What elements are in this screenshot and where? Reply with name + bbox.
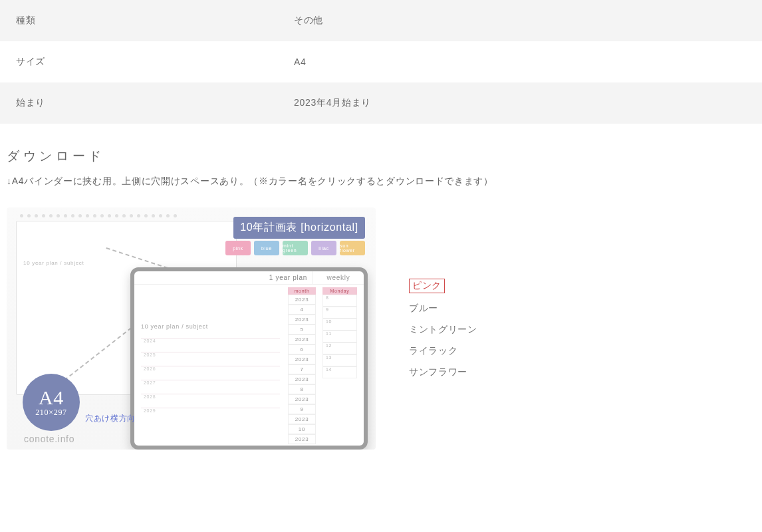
- preview-credit: conote.info: [24, 434, 74, 444]
- zoom-weekly-title: weekly: [313, 271, 364, 284]
- spec-table: 種類 その他 サイズ A4 始まり 2023年4月始まり: [0, 0, 762, 124]
- zoom-year-column: month 20234 20235 20236 20237 20238 2023…: [288, 287, 316, 444]
- zoom-plan-lines: 20242025 20262027 20282029: [141, 338, 280, 439]
- spec-label: サイズ: [0, 41, 278, 82]
- template-preview-image: 10年計画表 [horizontal] pink blue mint green…: [7, 207, 376, 450]
- spec-row: 種類 その他: [0, 0, 762, 41]
- preview-color-chips: pink blue mint green lilac sun flower: [225, 241, 365, 255]
- spec-label: 種類: [0, 0, 278, 41]
- download-link-sunflower[interactable]: サンフラワー: [409, 366, 477, 378]
- spec-row: 始まり 2023年4月始まり: [0, 82, 762, 124]
- download-link-mintgreen[interactable]: ミントグリーン: [409, 324, 477, 336]
- preview-zoom-card: 1 year plan weekly 10 year plan / subjec…: [130, 267, 368, 450]
- preview-banner: 10年計画表 [horizontal]: [233, 217, 365, 239]
- spec-value: その他: [278, 0, 762, 41]
- a4-size-badge: A4 210×297: [23, 374, 80, 431]
- download-description: ↓A4バインダーに挟む用。上側に穴開けスペースあり。（※カラー名をクリックすると…: [7, 176, 762, 188]
- color-download-links: ピンク ブルー ミントグリーン ライラック サンフラワー: [409, 279, 477, 378]
- a4-orientation-note: 穴あけ横方向: [85, 413, 136, 424]
- zoom-plan-title: 1 year plan: [134, 271, 313, 284]
- spec-value: A4: [278, 41, 762, 82]
- download-link-lilac[interactable]: ライラック: [409, 345, 477, 357]
- spec-label: 始まり: [0, 82, 278, 124]
- chip-mint: mint green: [283, 241, 308, 255]
- spec-row: サイズ A4: [0, 41, 762, 82]
- spec-value: 2023年4月始まり: [278, 82, 762, 124]
- chip-blue: blue: [254, 241, 279, 255]
- chip-sun: sun flower: [340, 241, 365, 255]
- chip-pink: pink: [225, 241, 251, 255]
- zoom-subject-title: 10 year plan / subject: [141, 323, 208, 330]
- download-link-blue[interactable]: ブルー: [409, 303, 477, 315]
- chip-lilac: lilac: [311, 241, 336, 255]
- download-section-title: ダウンロード: [7, 148, 762, 165]
- download-link-pink[interactable]: ピンク: [409, 279, 445, 293]
- zoom-weekly-column: Monday 89 1011 1213 14: [322, 287, 357, 378]
